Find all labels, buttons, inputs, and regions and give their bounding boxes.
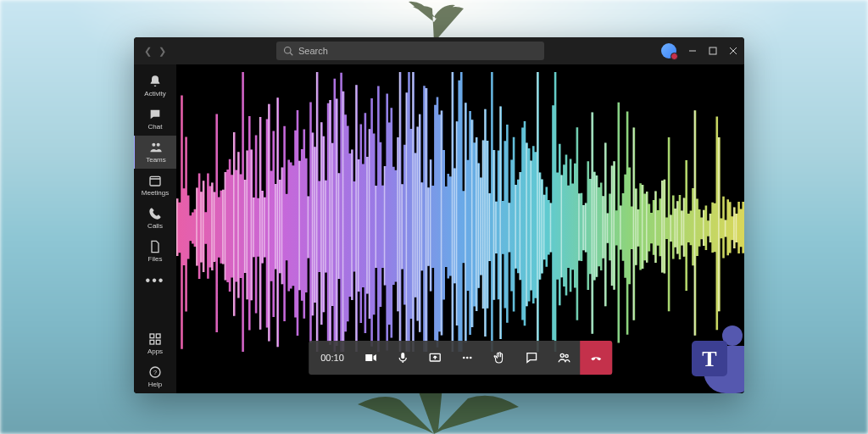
svg-point-7 [157, 143, 160, 147]
video-icon [364, 351, 377, 364]
rail-label: Help [148, 381, 162, 388]
rail-item-help[interactable]: ? Help [134, 360, 176, 393]
raise-hand-icon [492, 351, 506, 364]
calendar-icon [148, 174, 162, 187]
rail-item-calls[interactable]: Calls [134, 202, 176, 235]
svg-rect-3 [709, 47, 716, 54]
teams-window: ❮ ❯ Search Activity Chat Teams [134, 37, 744, 393]
rail-item-meetings[interactable]: Meetings [134, 169, 176, 202]
nav-back-button[interactable]: ❮ [144, 46, 152, 57]
svg-rect-10 [150, 334, 154, 338]
microphone-icon [396, 351, 409, 364]
mic-button[interactable] [387, 341, 419, 375]
file-icon [148, 240, 162, 253]
window-close-button[interactable] [729, 47, 737, 55]
svg-point-22 [565, 354, 567, 357]
svg-point-19 [465, 357, 468, 359]
hangup-icon [589, 351, 603, 364]
chat-button[interactable] [515, 341, 548, 375]
rail-item-apps[interactable]: Apps [134, 327, 176, 360]
svg-point-6 [152, 143, 155, 147]
share-button[interactable] [419, 341, 451, 375]
hangup-button[interactable] [580, 341, 612, 375]
svg-rect-11 [156, 334, 160, 338]
svg-point-0 [285, 47, 292, 54]
call-control-bar: 00:10 [309, 341, 612, 375]
chat-icon [525, 351, 538, 364]
share-screen-icon [428, 351, 442, 364]
rail-item-activity[interactable]: Activity [134, 70, 176, 103]
more-button[interactable] [451, 341, 483, 375]
svg-text:?: ? [153, 369, 157, 376]
raise-hand-button[interactable] [483, 341, 515, 375]
call-content: 00:10 [176, 64, 744, 393]
rail-label: Chat [148, 123, 163, 131]
svg-rect-12 [150, 340, 154, 344]
rail-label: Apps [147, 348, 163, 355]
rail-label: Calls [147, 222, 163, 230]
help-icon: ? [148, 365, 162, 379]
rail-item-chat[interactable]: Chat [134, 103, 176, 136]
app-rail: Activity Chat Teams Meetings Calls Files [134, 64, 176, 393]
search-icon [283, 46, 293, 56]
svg-line-1 [290, 53, 292, 55]
people-icon [557, 351, 570, 364]
rail-item-teams[interactable]: Teams [134, 136, 177, 169]
teams-icon [149, 141, 163, 154]
more-icon [460, 351, 474, 364]
titlebar: ❮ ❯ Search [134, 37, 744, 64]
profile-avatar[interactable] [661, 43, 676, 58]
bell-icon [148, 75, 162, 88]
call-timer: 00:10 [309, 353, 354, 363]
rail-label: Activity [144, 90, 165, 97]
search-placeholder: Search [298, 46, 328, 56]
window-maximize-button[interactable] [709, 47, 717, 55]
camera-button[interactable] [354, 341, 387, 375]
window-minimize-button[interactable] [688, 47, 697, 55]
svg-point-21 [560, 353, 564, 357]
rail-more-button[interactable]: ••• [146, 268, 165, 293]
svg-rect-13 [156, 340, 160, 344]
svg-rect-16 [401, 353, 404, 359]
svg-point-18 [462, 357, 465, 359]
audio-waveform [176, 68, 744, 356]
nav-forward-button[interactable]: ❯ [159, 46, 166, 57]
svg-point-20 [469, 357, 471, 359]
svg-rect-8 [150, 176, 160, 186]
chat-icon [148, 108, 162, 121]
apps-icon [148, 332, 162, 346]
rail-item-files[interactable]: Files [134, 235, 176, 268]
phone-icon [148, 207, 162, 220]
participants-button[interactable] [548, 341, 580, 375]
rail-label: Files [148, 255, 163, 263]
rail-label: Teams [146, 156, 166, 164]
search-box[interactable]: Search [276, 42, 544, 60]
rail-label: Meetings [142, 189, 169, 197]
